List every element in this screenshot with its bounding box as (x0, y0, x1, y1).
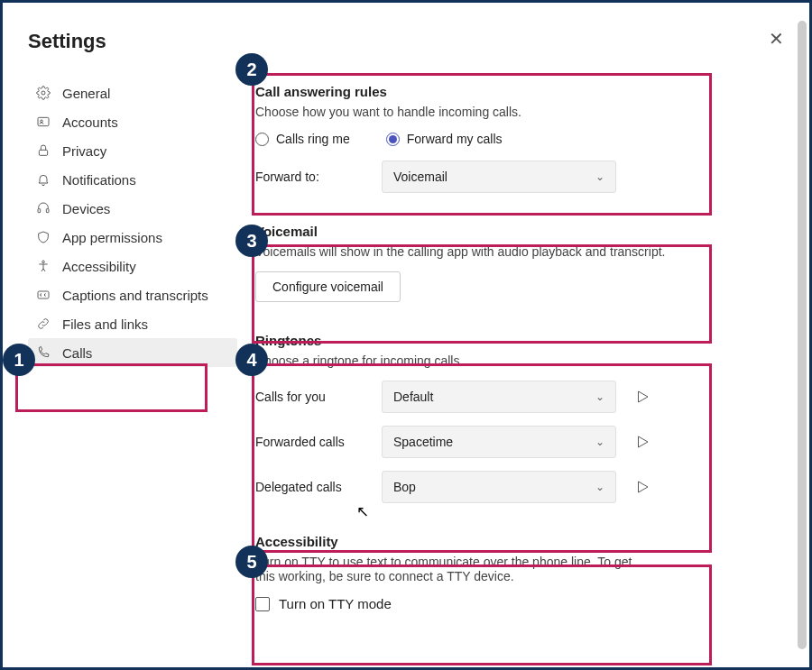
ringtone-dropdown[interactable]: Bop ⌄ (382, 471, 616, 503)
sidebar-item-notifications[interactable]: Notifications (28, 165, 237, 194)
radio-forward-my-calls[interactable]: Forward my calls (386, 132, 503, 146)
radio-label: Calls ring me (276, 132, 350, 146)
section-desc: Voicemails will show in the calling app … (255, 244, 755, 259)
svg-rect-4 (38, 209, 41, 213)
svg-marker-8 (639, 391, 649, 402)
sidebar-item-label: Accessibility (62, 259, 136, 274)
sidebar-item-label: Calls (62, 345, 92, 361)
sidebar-item-label: Files and links (62, 317, 148, 332)
section-ringtones: Ringtones Choose a ringtone for incoming… (255, 333, 755, 503)
close-button[interactable]: ✕ (769, 28, 784, 50)
svg-point-6 (42, 261, 45, 263)
ringtone-row-delegated: Delegated calls Bop ⌄ (255, 471, 755, 503)
sidebar-item-files-links[interactable]: Files and links (28, 309, 237, 338)
section-title: Accessibility (255, 534, 755, 549)
ringtone-label: Calls for you (255, 390, 364, 404)
radio-calls-ring-me[interactable]: Calls ring me (255, 132, 350, 146)
phone-icon (35, 345, 51, 360)
svg-point-0 (42, 91, 45, 95)
sidebar-item-label: General (62, 86, 110, 101)
section-title: Call answering rules (255, 84, 755, 99)
link-icon (35, 317, 51, 331)
section-desc: Choose a ringtone for incoming calls (255, 353, 755, 368)
section-desc: Turn on TTY to use text to communicate o… (255, 555, 643, 583)
ringtone-label: Delegated calls (255, 480, 364, 494)
chevron-down-icon: ⌄ (595, 170, 604, 183)
gear-icon (35, 86, 51, 100)
accessibility-icon (35, 259, 51, 273)
sidebar-item-label: Privacy (62, 143, 106, 159)
sidebar-item-captions[interactable]: Captions and transcripts (28, 280, 237, 309)
sidebar-item-accounts[interactable]: Accounts (28, 107, 237, 136)
ringtone-dropdown[interactable]: Spacetime ⌄ (382, 426, 616, 458)
ringtone-dropdown[interactable]: Default ⌄ (382, 381, 616, 413)
radio-label: Forward my calls (407, 132, 503, 146)
section-voicemail: Voicemail Voicemails will show in the ca… (255, 224, 755, 302)
dropdown-value: Voicemail (393, 170, 448, 184)
svg-rect-5 (46, 209, 49, 213)
lock-icon (35, 143, 51, 158)
ringtone-row-forwarded: Forwarded calls Spacetime ⌄ (255, 426, 755, 458)
bell-icon (35, 172, 51, 187)
dropdown-value: Bop (393, 480, 416, 494)
settings-sidebar: Settings General Accounts Privacy Notifi… (3, 3, 237, 667)
section-accessibility: Accessibility Turn on TTY to use text to… (255, 534, 755, 611)
ringtone-label: Forwarded calls (255, 435, 364, 449)
section-title: Ringtones (255, 333, 755, 348)
section-call-answering: Call answering rules Choose how you want… (255, 84, 755, 193)
shield-icon (35, 230, 51, 244)
sidebar-item-accessibility[interactable]: Accessibility (28, 252, 237, 280)
play-ringtone-button[interactable] (634, 434, 651, 450)
configure-voicemail-button[interactable]: Configure voicemail (255, 271, 401, 302)
sidebar-item-label: Captions and transcripts (62, 288, 208, 303)
play-ringtone-button[interactable] (634, 389, 651, 405)
svg-marker-10 (639, 482, 649, 492)
sidebar-item-label: Accounts (62, 115, 118, 130)
account-icon (35, 115, 51, 129)
checkbox-label: Turn on TTY mode (279, 596, 392, 611)
ringtone-row-calls-for-you: Calls for you Default ⌄ (255, 381, 755, 413)
cc-icon (35, 288, 51, 302)
radio-icon (386, 133, 400, 146)
sidebar-item-label: Notifications (62, 172, 136, 188)
headset-icon (35, 201, 51, 216)
sidebar-item-general[interactable]: General (28, 78, 237, 107)
dropdown-value: Default (393, 390, 433, 404)
sidebar-item-label: Devices (62, 201, 110, 216)
section-title: Voicemail (255, 224, 755, 239)
sidebar-item-label: App permissions (62, 230, 162, 245)
svg-rect-7 (38, 291, 49, 298)
chevron-down-icon: ⌄ (595, 390, 604, 403)
section-desc: Choose how you want to handle incoming c… (255, 105, 755, 119)
scrollbar[interactable] (798, 21, 807, 649)
dropdown-value: Spacetime (393, 435, 453, 449)
svg-rect-1 (38, 117, 49, 125)
sidebar-item-privacy[interactable]: Privacy (28, 136, 237, 165)
tty-checkbox[interactable] (255, 597, 270, 611)
radio-icon (255, 133, 269, 146)
page-title: Settings (28, 30, 237, 53)
settings-main: Call answering rules Choose how you want… (237, 3, 791, 667)
forward-to-dropdown[interactable]: Voicemail ⌄ (382, 161, 616, 193)
sidebar-item-app-permissions[interactable]: App permissions (28, 223, 237, 252)
play-ringtone-button[interactable] (634, 479, 651, 495)
chevron-down-icon: ⌄ (595, 481, 604, 493)
forward-to-label: Forward to: (255, 170, 364, 184)
svg-point-2 (41, 120, 43, 123)
sidebar-item-calls[interactable]: Calls (28, 338, 237, 367)
chevron-down-icon: ⌄ (595, 436, 604, 448)
sidebar-item-devices[interactable]: Devices (28, 194, 237, 223)
svg-marker-9 (639, 436, 649, 447)
svg-rect-3 (39, 150, 47, 155)
